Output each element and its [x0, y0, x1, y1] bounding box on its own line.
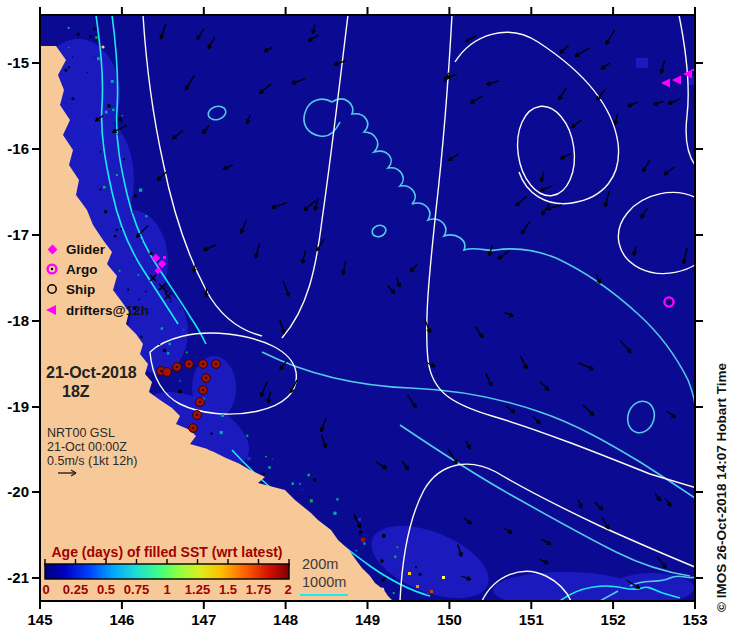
y-tick-20: -20	[7, 483, 29, 500]
colorbar-tick-175: 1.75	[246, 582, 271, 597]
colorbar-tick-labels: 0 0.25 0.5 0.75 1 1.25 1.5 1.75 2	[42, 582, 291, 597]
colorbar-tick-075: 0.75	[124, 582, 149, 597]
colorbar-tick-15: 1.5	[219, 582, 237, 597]
x-tick-147: 147	[191, 611, 216, 628]
x-tick-149: 149	[355, 611, 380, 628]
date-line2: 18Z	[62, 383, 90, 400]
y-tick-16: -16	[7, 140, 29, 157]
colorbar-tick-025: 0.25	[63, 582, 88, 597]
y-tick-21: -21	[7, 569, 29, 586]
colorbar-gradient	[45, 564, 289, 579]
x-axis-labels: 145 146 147 148 149 150 151 152 153	[27, 611, 707, 628]
colorbar-tick-05: 0.5	[97, 582, 115, 597]
y-tick-15: -15	[7, 54, 29, 71]
isolated-ship-marker	[361, 538, 366, 543]
x-tick-146: 146	[109, 611, 134, 628]
colorbar-tick-0: 0	[42, 582, 49, 597]
imos-sst-map-window: Glider Argo Ship drifters@12h 21-Oct-201…	[0, 0, 741, 634]
y-tick-18: -18	[7, 312, 29, 329]
y-tick-17: -17	[7, 226, 29, 243]
credit-text: © IMOS 26-Oct-2018 14:07 Hobart Time	[714, 362, 729, 612]
nrt-line3: 0.5m/s (1kt 12h)	[47, 454, 137, 468]
nrt-line1: NRT00 GSL	[47, 426, 115, 440]
y-tick-19: -19	[7, 398, 29, 415]
bathy-1000m-label: 1000m	[302, 574, 346, 590]
colorbar-tick-2: 2	[284, 582, 291, 597]
colorbar-tick-125: 1.25	[185, 582, 210, 597]
colorbar-tick-1: 1	[163, 582, 170, 597]
map-image: Glider Argo Ship drifters@12h 21-Oct-201…	[0, 0, 741, 634]
bathy-200m-label: 200m	[302, 556, 338, 572]
x-tick-150: 150	[437, 611, 462, 628]
legend-label-glider: Glider	[66, 242, 106, 257]
x-tick-145: 145	[27, 611, 52, 628]
legend-label-ship: Ship	[66, 282, 95, 297]
legend-label-drifters: drifters@12h	[66, 303, 149, 318]
x-tick-152: 152	[601, 611, 626, 628]
x-tick-151: 151	[519, 611, 544, 628]
legend-label-argo: Argo	[66, 262, 98, 277]
y-axis-labels: -15 -16 -17 -18 -19 -20 -21	[7, 54, 29, 586]
x-tick-153: 153	[682, 611, 707, 628]
nrt-line2: 21-Oct 00:00Z	[47, 440, 127, 454]
x-tick-148: 148	[273, 611, 298, 628]
colorbar-title: Age (days) of filled SST (wrt latest)	[51, 544, 282, 560]
date-line1: 21-Oct-2018	[46, 364, 137, 381]
colorbar: Age (days) of filled SST (wrt latest) 0 …	[42, 544, 291, 597]
